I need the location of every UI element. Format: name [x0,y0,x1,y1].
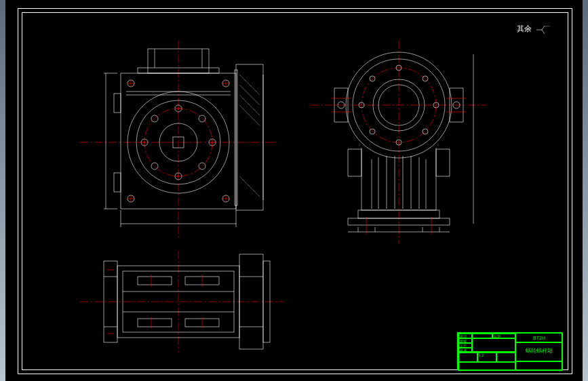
svg-line-12 [239,95,260,115]
tb-bottom-left: 1:2 [458,352,515,371]
tb-scale-val: 1:2 [477,353,496,362]
svg-line-10 [239,75,260,95]
svg-line-14 [239,176,260,197]
svg-rect-7 [236,64,263,210]
side-view [311,41,487,244]
tb-grid [472,338,515,352]
tb-bottom-right [515,361,563,371]
top-view [80,251,283,353]
svg-point-25 [151,163,158,169]
tb-designer-val [472,334,492,338]
surface-finish-symbol [536,26,550,34]
tb-sheet [496,353,515,362]
tb-company-label: 工艺 [458,343,472,348]
title-block: 设计 审核 工艺 批准 日期 BT2H 蜗轮蜗杆箱 1:2 [457,332,562,370]
svg-point-21 [199,115,205,122]
svg-rect-49 [114,173,121,192]
svg-line-11 [239,85,260,105]
tb-drawing-number: BT2H [515,333,563,342]
tb-left-section: 设计 审核 工艺 批准 日期 [458,333,515,352]
tb-drawing-title: 蜗轮蜗杆箱 [515,342,563,361]
tb-designer-label: 设计 [458,334,472,338]
svg-line-13 [239,105,260,125]
svg-point-23 [199,163,205,169]
svg-rect-112 [138,319,172,327]
svg-rect-110 [138,277,172,285]
tb-scale-label [458,353,477,362]
front-view [80,41,277,237]
tb-material [458,362,515,371]
svg-point-27 [151,115,158,122]
surface-finish-note: 其余 [517,24,532,34]
svg-rect-48 [114,94,121,113]
cad-canvas: 其余 [5,0,583,381]
tb-checker-label: 审核 [458,338,472,343]
tb-date-label: 日期 [492,334,515,338]
